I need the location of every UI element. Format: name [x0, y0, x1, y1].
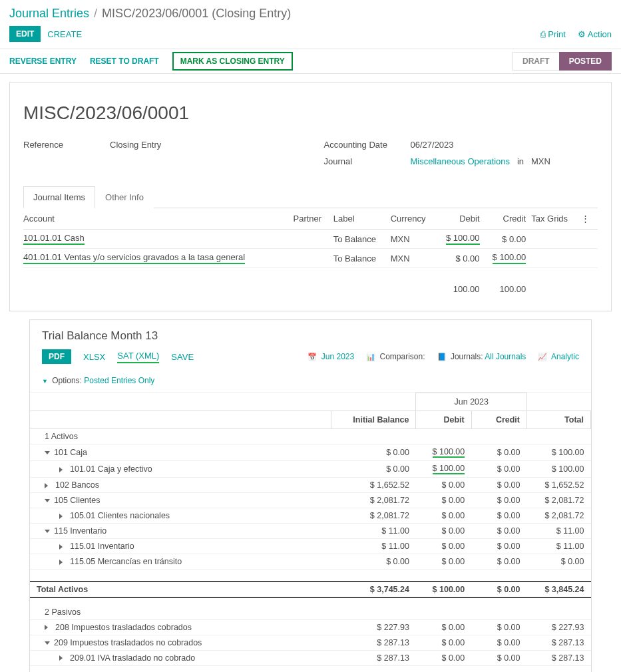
- comparison-filter[interactable]: Comparison:: [366, 352, 425, 361]
- edit-button[interactable]: EDIT: [9, 26, 41, 42]
- tb-initial-cell: $ 0.00: [331, 554, 415, 570]
- expand-icon[interactable]: [59, 560, 65, 565]
- journal-item-row[interactable]: 401.01.01 Ventas y/o servicios gravados …: [23, 249, 598, 268]
- stage-draft[interactable]: DRAFT: [513, 52, 559, 71]
- expand-icon[interactable]: [45, 530, 50, 533]
- journals-filter[interactable]: Journals: All Journals: [437, 352, 526, 361]
- trial-balance-table: Jun 2023 Initial Balance Debit Credit To…: [30, 393, 591, 672]
- tb-credit-cell: $ 0.00: [471, 508, 526, 524]
- expand-icon[interactable]: [45, 641, 50, 645]
- analytic-filter[interactable]: Analytic: [538, 352, 579, 361]
- tb-name-cell: 209.01 IVA trasladado no cobrado: [30, 650, 331, 665]
- tb-line-row[interactable]: 115.01 Inventario$ 11.00$ 0.00$ 0.00$ 11…: [30, 539, 591, 554]
- journal-item-row[interactable]: 101.01.01 CashTo BalanceMXN$ 100.00$ 0.0…: [23, 230, 598, 249]
- tb-credit-cell: $ 0.00: [471, 524, 526, 539]
- tab-other-info[interactable]: Other Info: [95, 186, 154, 208]
- tb-debit-cell: $ 0.00: [416, 554, 471, 570]
- tb-line-row[interactable]: 105 Clientes$ 2,081.72$ 0.00$ 0.00$ 2,08…: [30, 493, 591, 508]
- col-options-icon[interactable]: ⋮: [581, 208, 598, 230]
- expand-icon[interactable]: [59, 467, 65, 472]
- reverse-entry-button[interactable]: REVERSE ENTRY: [9, 57, 77, 66]
- tb-initial-cell: $ 287.13: [331, 650, 415, 665]
- trial-balance-toolbar: PDF XLSX SAT (XML) SAVE Jun 2023 Compari…: [30, 345, 591, 393]
- expand-icon[interactable]: [59, 655, 65, 661]
- tb-line-row[interactable]: 209 Impuestos trasladados no cobrados$ 2…: [30, 635, 591, 650]
- button-row: EDIT CREATE Print Action: [0, 23, 621, 49]
- tb-line-row[interactable]: 115.05 Mercancías en tránsito$ 0.00$ 0.0…: [30, 554, 591, 570]
- tb-line-row[interactable]: 115 Inventario$ 11.00$ 0.00$ 0.00$ 11.00: [30, 524, 591, 539]
- col-currency[interactable]: Currency: [391, 208, 439, 230]
- tb-name-cell: 115 Inventario: [30, 524, 331, 539]
- expand-icon[interactable]: [59, 514, 65, 519]
- tb-total-cell: $ 2,081.72: [527, 508, 591, 524]
- col-tb-debit[interactable]: Debit: [416, 411, 471, 429]
- expand-icon[interactable]: [45, 483, 51, 488]
- tb-name-cell: 105 Clientes: [30, 493, 331, 508]
- tb-total-cell: $ 11.00: [527, 539, 591, 554]
- col-initial[interactable]: Initial Balance: [331, 411, 415, 429]
- cell-partner: [294, 230, 333, 249]
- tb-name-cell: 208 Impuestos trasladados cobrados: [30, 619, 331, 635]
- col-name: [30, 411, 331, 429]
- tb-line-row[interactable]: 101 Caja$ 0.00$ 100.00$ 0.00$ 100.00: [30, 444, 591, 461]
- col-tb-total[interactable]: Total: [527, 411, 591, 429]
- pdf-button[interactable]: PDF: [42, 349, 71, 364]
- tb-debit-cell: $ 0.00: [416, 493, 471, 508]
- entry-title: MISC/2023/06/0001: [23, 102, 598, 124]
- col-label[interactable]: Label: [333, 208, 391, 230]
- tb-line-row[interactable]: 102 Bancos$ 1,652.52$ 0.00$ 0.00$ 1,652.…: [30, 478, 591, 493]
- tb-initial-cell: $ 3,745.24: [331, 582, 415, 597]
- options-filter[interactable]: Options: Posted Entries Only: [42, 376, 154, 385]
- sat-xml-button[interactable]: SAT (XML): [117, 351, 159, 363]
- expand-icon[interactable]: [59, 544, 65, 550]
- cell-debit: $ 0.00: [439, 249, 485, 268]
- total-debit: 100.00: [439, 268, 485, 298]
- tb-initial-cell: $ 2,081.72: [331, 508, 415, 524]
- tb-initial-cell: $ 227.93: [331, 619, 415, 635]
- tb-line-row[interactable]: 208 Impuestos trasladados cobrados$ 227.…: [30, 619, 591, 635]
- col-account[interactable]: Account: [23, 208, 294, 230]
- xlsx-button[interactable]: XLSX: [83, 352, 105, 362]
- stage-posted[interactable]: POSTED: [559, 52, 612, 71]
- date-filter[interactable]: Jun 2023: [308, 352, 354, 361]
- trial-balance-scroll[interactable]: Jun 2023 Initial Balance Debit Credit To…: [30, 393, 591, 672]
- trial-balance-title: Trial Balance Month 13: [30, 320, 591, 345]
- create-button[interactable]: CREATE: [47, 29, 82, 39]
- tb-credit-cell: $ 0.00: [471, 539, 526, 554]
- action-button[interactable]: Action: [578, 29, 612, 39]
- period-header: Jun 2023: [416, 393, 527, 411]
- tb-total-cell: $ 0.00: [527, 554, 591, 570]
- tab-journal-items[interactable]: Journal Items: [23, 186, 95, 208]
- tb-total-cell: $ 287.13: [527, 650, 591, 665]
- col-tb-credit[interactable]: Credit: [471, 411, 526, 429]
- tb-total-cell: $ 3,845.24: [527, 582, 591, 597]
- tb-line-row[interactable]: 105.01 Clientes nacionales$ 2,081.72$ 0.…: [30, 508, 591, 524]
- gear-icon: [578, 29, 586, 39]
- col-partner[interactable]: Partner: [294, 208, 333, 230]
- tb-initial-cell: $ 2,081.72: [331, 493, 415, 508]
- col-credit[interactable]: Credit: [485, 208, 532, 230]
- tb-line-row[interactable]: 101.01 Caja y efectivo$ 0.00$ 100.00$ 0.…: [30, 461, 591, 478]
- tb-line-row[interactable]: 209.01 IVA trasladado no cobrado$ 287.13…: [30, 650, 591, 665]
- expand-icon[interactable]: [45, 451, 50, 454]
- col-taxgrids[interactable]: Tax Grids: [531, 208, 581, 230]
- tb-total-cell: $ 100.00: [527, 444, 591, 461]
- expand-icon[interactable]: [45, 499, 50, 502]
- reset-draft-button[interactable]: RESET TO DRAFT: [90, 57, 159, 66]
- cell-label: To Balance: [333, 230, 391, 249]
- tb-debit-cell: $ 0.00: [416, 650, 471, 665]
- breadcrumb-root[interactable]: Journal Entries: [9, 7, 89, 20]
- tb-name-cell: 115.01 Inventario: [30, 539, 331, 554]
- save-button[interactable]: SAVE: [171, 352, 194, 362]
- form-sheet: MISC/2023/06/0001 ReferenceClosing Entry…: [9, 82, 612, 311]
- print-button[interactable]: Print: [540, 29, 566, 39]
- tb-initial-cell: $ 0.00: [331, 461, 415, 478]
- tb-total-cell: $ 2,081.72: [527, 493, 591, 508]
- tb-debit-cell: $ 0.00: [416, 619, 471, 635]
- breadcrumb: Journal Entries / MISC/2023/06/0001 (Clo…: [0, 0, 621, 23]
- journal-value[interactable]: Miscellaneous Operations: [411, 156, 511, 166]
- cell-debit: $ 100.00: [439, 230, 485, 249]
- expand-icon[interactable]: [45, 625, 51, 630]
- col-debit[interactable]: Debit: [439, 208, 485, 230]
- mark-closing-button[interactable]: MARK AS CLOSING ENTRY: [172, 52, 293, 71]
